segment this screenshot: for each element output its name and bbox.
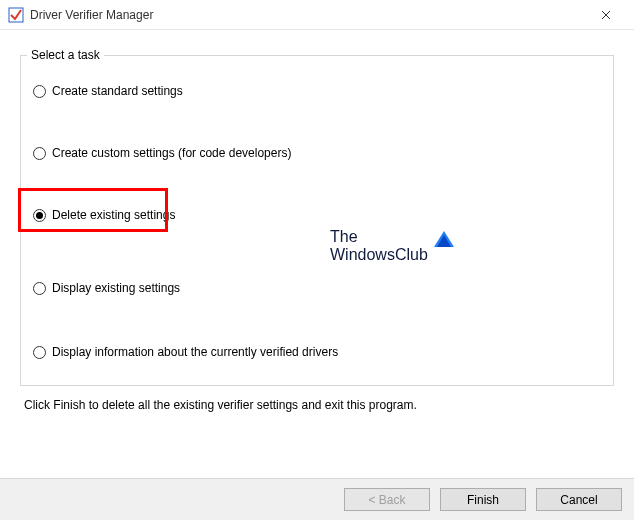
title-bar: Driver Verifier Manager <box>0 0 634 30</box>
cancel-button[interactable]: Cancel <box>536 488 622 511</box>
watermark-line2: WindowsClub <box>330 246 428 264</box>
app-icon <box>8 7 24 23</box>
radio-display-existing-input[interactable] <box>33 282 46 295</box>
radio-label: Delete existing settings <box>52 208 175 222</box>
watermark-logo-icon <box>434 229 454 249</box>
radio-label: Create standard settings <box>52 84 183 98</box>
radio-display-existing[interactable]: Display existing settings <box>21 271 613 305</box>
close-button[interactable] <box>586 1 626 29</box>
radio-create-custom[interactable]: Create custom settings (for code develop… <box>21 136 613 170</box>
radio-label: Display information about the currently … <box>52 345 338 359</box>
watermark-line1: The <box>330 228 428 246</box>
button-bar: < Back Finish Cancel <box>0 478 634 520</box>
window-title: Driver Verifier Manager <box>30 8 586 22</box>
instruction-text: Click Finish to delete all the existing … <box>24 398 417 412</box>
radio-create-standard-input[interactable] <box>33 85 46 98</box>
svg-rect-0 <box>8 7 24 23</box>
radio-display-info-input[interactable] <box>33 346 46 359</box>
back-button: < Back <box>344 488 430 511</box>
radio-create-standard[interactable]: Create standard settings <box>21 74 613 108</box>
group-legend: Select a task <box>27 48 104 62</box>
radio-delete-existing[interactable]: Delete existing settings <box>21 198 613 232</box>
watermark: The WindowsClub <box>330 228 454 264</box>
finish-button[interactable]: Finish <box>440 488 526 511</box>
radio-display-info[interactable]: Display information about the currently … <box>21 335 613 369</box>
radio-label: Display existing settings <box>52 281 180 295</box>
task-group: Select a task Create standard settings C… <box>20 48 614 386</box>
radio-delete-existing-input[interactable] <box>33 209 46 222</box>
radio-create-custom-input[interactable] <box>33 147 46 160</box>
radio-label: Create custom settings (for code develop… <box>52 146 291 160</box>
